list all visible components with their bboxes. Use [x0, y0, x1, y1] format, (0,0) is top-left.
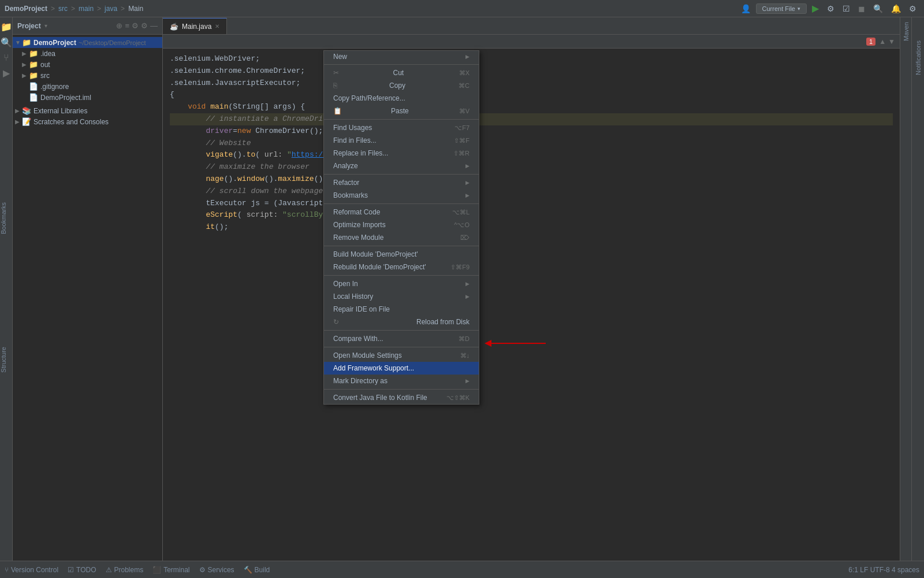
chevron-up-icon[interactable]: ▲ — [879, 38, 886, 46]
project-panel: Project ▾ ⊕ ≡ ⚙ ⚙ — ▼ 📁 DemoProject ~/De… — [13, 17, 163, 561]
tree-item-out[interactable]: ▶ 📁 out — [13, 59, 162, 70]
path-sep3: > — [97, 5, 101, 13]
cm-compare-label: Compare With... — [333, 335, 383, 343]
cm-repair-ide[interactable]: Repair IDE on File — [324, 303, 479, 316]
file-icon-iml: 📄 — [29, 93, 38, 102]
cm-replace-in-files[interactable]: Replace in Files... ⇧⌘R — [324, 147, 479, 160]
notifications-panel: Notifications — [911, 17, 924, 561]
version-control-tab[interactable]: ⑂ Version Control — [5, 566, 58, 574]
stop-button[interactable]: ◼ — [855, 2, 868, 15]
build-button[interactable]: ⚙ — [824, 2, 837, 15]
tree-item-idea[interactable]: ▶ 📁 .idea — [13, 48, 162, 59]
cm-open-module-settings[interactable]: Open Module Settings ⌘↓ — [324, 349, 479, 362]
chevron-down-icon[interactable]: ▼ — [888, 38, 895, 46]
cm-refactor[interactable]: Refactor — [324, 176, 479, 189]
terminal-tab[interactable]: ⬛ Terminal — [152, 566, 189, 574]
notifications-vertical-label[interactable]: Notifications — [915, 40, 922, 77]
cm-find-usages-label: Find Usages — [333, 124, 372, 132]
find-icon[interactable]: 🔍 — [0, 35, 14, 50]
cm-open-module-label: Open Module Settings — [333, 351, 402, 360]
services-tab[interactable]: ⚙ Services — [199, 566, 234, 574]
todo-tab[interactable]: ☑ TODO — [68, 566, 96, 574]
cm-convert[interactable]: Convert Java File to Kotlin File ⌥⇧⌘K — [324, 391, 479, 404]
folder-icon-src: 📁 — [29, 71, 38, 80]
run-button[interactable]: ▶ — [809, 1, 822, 16]
project-header-label: Project — [17, 22, 41, 30]
run-config-button[interactable]: Current File ▾ — [756, 3, 807, 14]
cm-cut[interactable]: ✂ Cut ⌘X — [324, 66, 479, 79]
cm-reload[interactable]: ↻ Reload from Disk — [324, 316, 479, 328]
code-line-2: .selenium.chrome.ChromeDriver; — [170, 65, 893, 77]
settings-gear-icon[interactable]: ⚙ — [141, 21, 148, 30]
code-line-12: // Website — [170, 138, 893, 150]
cm-copy-label: Copy — [389, 81, 405, 90]
code-line-20: eScript( script: "scrollBy(0, document.b… — [170, 209, 893, 221]
structure-panel[interactable]: Structure — [0, 347, 12, 373]
cm-add-framework-label: Add Framework Support... — [333, 364, 414, 372]
cm-rebuild-module[interactable]: Rebuild Module 'DemoProject' ⇧⌘F9 — [324, 261, 479, 273]
cm-remove-module-label: Remove Module — [333, 234, 383, 242]
code-editor[interactable]: .selenium.WebDriver; .selenium.chrome.Ch… — [163, 35, 900, 561]
code-line-9: // instantiate a ChromeDriver class. — [170, 113, 893, 125]
coverage-button[interactable]: ☑ — [840, 2, 853, 15]
todo-label: TODO — [76, 566, 96, 574]
notifications-button[interactable]: 🔔 — [888, 2, 904, 15]
problems-tab[interactable]: ⚠ Problems — [106, 566, 144, 574]
vc-icon: ⑂ — [5, 566, 9, 574]
tree-label-demoproject: DemoProject — [33, 39, 76, 47]
tree-item-scratches[interactable]: ▶ 📝 Scratches and Consoles — [13, 116, 162, 127]
filter-icon[interactable]: ⚙ — [132, 21, 139, 30]
build-tab[interactable]: 🔨 Build — [244, 566, 270, 574]
git-activity-icon[interactable]: ⑂ — [2, 51, 11, 65]
bookmarks-panel[interactable]: Bookmarks — [0, 202, 12, 234]
cm-find-usages[interactable]: Find Usages ⌥F7 — [324, 121, 479, 134]
cm-optimize[interactable]: Optimize Imports ^⌥O — [324, 218, 479, 231]
tree-item-src[interactable]: ▶ 📁 src — [13, 70, 162, 81]
cm-mark-directory[interactable]: Mark Directory as — [324, 375, 479, 387]
tree-item-gitignore[interactable]: 📄 .gitignore — [13, 81, 162, 92]
cm-reformat-label: Reformat Code — [333, 208, 380, 216]
bookmarks-label: Bookmarks — [0, 202, 7, 234]
search-everywhere-button[interactable]: 🔍 — [870, 2, 886, 15]
services-icon: ⚙ — [199, 566, 206, 574]
cm-copy-shortcut: ⌘C — [459, 82, 470, 90]
code-line-1: .selenium.WebDriver; — [170, 53, 893, 65]
services-label: Services — [208, 566, 234, 574]
project-icon[interactable]: 📁 — [0, 20, 14, 34]
cm-paste[interactable]: 📋 Paste ⌘V — [324, 105, 479, 117]
code-line-16: nage().window().maximize(); — [170, 173, 893, 186]
tree-item-demoproject[interactable]: ▼ 📁 DemoProject ~/Desktop/DemoProject — [13, 37, 162, 48]
tree-item-extlibs[interactable]: ▶ 📚 External Libraries — [13, 105, 162, 116]
locate-icon[interactable]: ⊕ — [116, 21, 122, 30]
run-activity-icon[interactable]: ▶ — [1, 66, 12, 80]
cm-copy-path[interactable]: Copy Path/Reference... — [324, 92, 479, 105]
cm-copy[interactable]: ⎘ Copy ⌘C — [324, 79, 479, 92]
tab-main-java[interactable]: ☕ Main.java ✕ — [163, 18, 227, 34]
project-dropdown-icon[interactable]: ▾ — [44, 23, 47, 29]
cm-local-history[interactable]: Local History — [324, 290, 479, 303]
cm-new[interactable]: New — [324, 51, 479, 62]
maven-label[interactable]: Maven — [903, 22, 910, 41]
cm-open-in[interactable]: Open In — [324, 277, 479, 290]
cm-compare-with[interactable]: Compare With... ⌘D — [324, 332, 479, 345]
cm-find-in-files[interactable]: Find in Files... ⇧⌘F — [324, 134, 479, 147]
path-class: Main — [128, 5, 143, 13]
cm-remove-module[interactable]: Remove Module ⌦ — [324, 231, 479, 244]
cm-reformat[interactable]: Reformat Code ⌥⌘L — [324, 206, 479, 218]
tree-label-idea: .idea — [40, 50, 55, 58]
tab-close-button[interactable]: ✕ — [215, 23, 219, 29]
tree-item-iml[interactable]: 📄 DemoProject.iml — [13, 92, 162, 103]
cm-sep-8 — [324, 347, 479, 347]
cm-add-framework[interactable]: Add Framework Support... — [324, 362, 479, 375]
git-icon[interactable]: 👤 — [738, 2, 754, 15]
minimize-icon[interactable]: — — [150, 21, 158, 30]
cm-build-module[interactable]: Build Module 'DemoProject' — [324, 248, 479, 261]
path-main: main — [79, 5, 94, 13]
project-header: Project ▾ ⊕ ≡ ⚙ ⚙ — — [13, 17, 162, 35]
settings-button[interactable]: ⚙ — [906, 2, 919, 15]
cm-analyze[interactable]: Analyze — [324, 160, 479, 172]
expand-arrow-out: ▶ — [22, 61, 28, 68]
path-java: java — [105, 5, 117, 13]
cm-bookmarks[interactable]: Bookmarks — [324, 189, 479, 202]
collapse-icon[interactable]: ≡ — [125, 21, 129, 30]
